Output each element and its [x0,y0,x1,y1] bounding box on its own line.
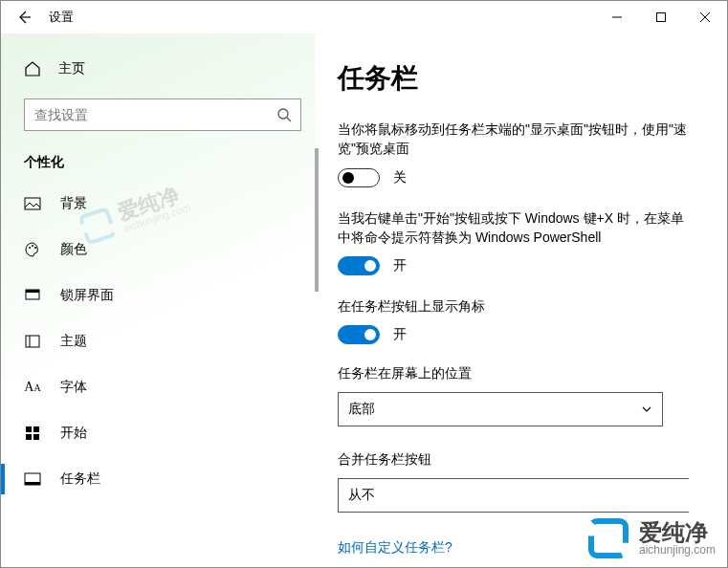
svg-rect-14 [25,482,40,485]
svg-rect-0 [657,13,666,22]
sidebar-item-themes[interactable]: 主题 [11,318,315,364]
taskbar-position-dropdown[interactable]: 底部 [338,392,663,426]
search-input[interactable] [24,98,301,131]
combine-buttons-value: 从不 [348,487,375,504]
svg-point-5 [34,247,36,249]
minimize-icon [612,12,622,22]
window-controls [595,2,727,33]
svg-point-1 [278,109,288,119]
sidebar: 主页 个性化 背景 颜色 锁屏界面 主题 [1,33,315,566]
body: 主页 个性化 背景 颜色 锁屏界面 主题 [1,33,727,566]
badges-toggle-row: 开 [338,325,689,344]
svg-point-3 [29,247,31,249]
taskbar-position-label: 任务栏在屏幕上的位置 [338,365,689,382]
font-icon: AA [24,379,41,396]
back-button[interactable] [9,2,39,33]
peek-desktop-toggle-row: 关 [338,168,689,187]
sidebar-item-start[interactable]: 开始 [11,410,315,456]
badges-toggle[interactable] [338,325,380,344]
section-header: 个性化 [11,148,315,181]
sidebar-item-fonts[interactable]: AA 字体 [11,364,315,410]
chevron-down-icon [641,404,652,415]
image-icon [24,195,41,212]
svg-point-4 [32,245,33,247]
sidebar-item-label: 字体 [60,379,87,396]
sidebar-item-label: 锁屏界面 [60,287,114,304]
close-icon [700,12,710,22]
scrollbar-thumb[interactable] [315,148,319,292]
app-title: 设置 [49,9,74,26]
powershell-toggle[interactable] [338,256,380,275]
page-title: 任务栏 [338,60,689,97]
main-content: 任务栏 当你将鼠标移动到任务栏末端的"显示桌面"按钮时，使用"速览"预览桌面 关… [315,33,727,566]
toggle-knob [342,172,354,184]
brand-stamp: 爱纯净 aichunjing.com [585,515,716,561]
svg-rect-12 [33,434,39,440]
lockscreen-icon [24,287,41,304]
customize-taskbar-link[interactable]: 如何自定义任务栏? [338,539,452,555]
sidebar-item-background[interactable]: 背景 [11,181,315,227]
svg-rect-7 [26,290,39,293]
peek-desktop-toggle[interactable] [338,168,380,187]
peek-desktop-state: 关 [393,169,407,186]
sidebar-item-lockscreen[interactable]: 锁屏界面 [11,273,315,318]
theme-icon [24,333,41,350]
palette-icon [24,241,41,258]
sidebar-item-label: 开始 [60,425,87,442]
powershell-state: 开 [393,257,407,274]
home-nav[interactable]: 主页 [11,53,315,85]
sidebar-item-label: 任务栏 [60,470,100,488]
combine-buttons-label: 合并任务栏按钮 [338,451,689,469]
search-icon [276,107,292,122]
close-button[interactable] [683,2,727,33]
search-wrap [24,98,301,131]
svg-rect-10 [33,426,39,432]
powershell-desc: 当我右键单击"开始"按钮或按下 Windows 键+X 时，在菜单中将命令提示符… [338,208,689,248]
badges-desc: 在任务栏按钮上显示角标 [338,296,689,316]
brand-text-cn: 爱纯净 [639,521,716,544]
title-bar: 设置 [1,1,727,33]
badges-state: 开 [393,326,407,343]
toggle-knob [364,260,376,272]
svg-rect-9 [26,426,32,432]
taskbar-icon [24,470,41,488]
title-bar-left: 设置 [9,2,74,33]
svg-rect-11 [26,434,32,440]
home-label: 主页 [58,60,85,77]
sidebar-item-label: 颜色 [60,241,87,258]
sidebar-item-colors[interactable]: 颜色 [11,227,315,273]
sidebar-item-label: 背景 [60,195,87,212]
maximize-icon [656,12,666,22]
start-icon [24,425,41,442]
minimize-button[interactable] [595,2,639,33]
sidebar-item-label: 主题 [60,333,87,350]
taskbar-position-value: 底部 [348,401,375,418]
maximize-button[interactable] [639,2,683,33]
svg-rect-8 [26,336,39,347]
arrow-left-icon [16,10,32,25]
brand-text-en: aichunjing.com [639,544,716,556]
sidebar-item-taskbar[interactable]: 任务栏 [11,456,315,502]
toggle-knob [364,329,376,340]
brand-logo-icon [585,515,631,561]
combine-buttons-dropdown[interactable]: 从不 [338,478,689,513]
peek-desktop-desc: 当你将鼠标移动到任务栏末端的"显示桌面"按钮时，使用"速览"预览桌面 [338,120,689,159]
svg-rect-2 [25,198,40,209]
home-icon [24,60,41,77]
powershell-toggle-row: 开 [338,256,689,275]
scrollbar-track [315,148,319,566]
svg-rect-17 [591,521,626,556]
settings-window: 设置 主页 个性化 [0,0,728,568]
